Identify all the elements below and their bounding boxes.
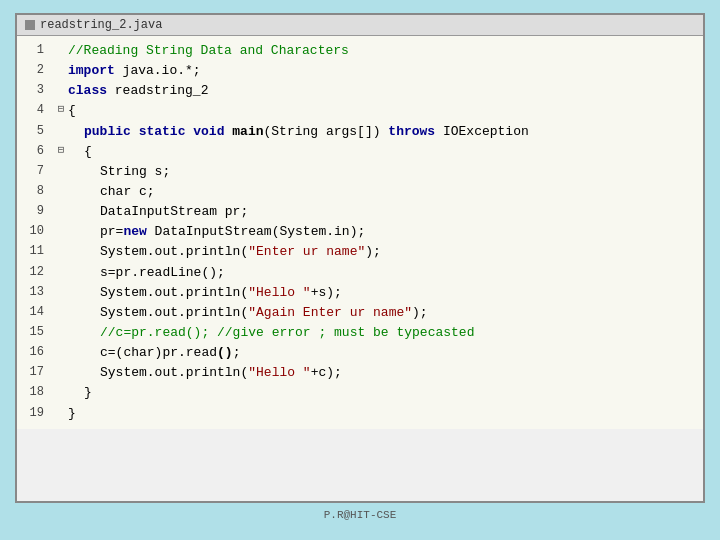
line-number: 12	[22, 263, 54, 282]
code-text: System.out.println("Hello "+c);	[100, 363, 342, 383]
code-content-wrapper: s=pr.readLine();	[68, 263, 225, 283]
code-text: char c;	[100, 182, 155, 202]
code-text: {	[68, 101, 76, 121]
code-text: String s;	[100, 162, 170, 182]
code-text: import java.io.*;	[68, 61, 201, 81]
code-content-wrapper: //Reading String Data and Characters	[68, 41, 349, 61]
code-text: System.out.println("Hello "+s);	[100, 283, 342, 303]
fold-icon[interactable]: ⊟	[54, 142, 68, 159]
code-content-wrapper: {	[68, 142, 92, 162]
code-text: }	[84, 383, 92, 403]
code-content-wrapper: String s;	[68, 162, 170, 182]
code-content-wrapper: System.out.println("Again Enter ur name"…	[68, 303, 428, 323]
code-content-wrapper: public static void main(String args[]) t…	[68, 122, 529, 142]
code-line: 2import java.io.*;	[17, 61, 703, 81]
code-line: 19}	[17, 404, 703, 424]
code-content-wrapper: //c=pr.read(); //give error ; must be ty…	[68, 323, 474, 343]
line-number: 9	[22, 202, 54, 221]
code-line: 8char c;	[17, 182, 703, 202]
line-number: 5	[22, 122, 54, 141]
code-editor[interactable]: 1//Reading String Data and Characters2im…	[17, 36, 703, 429]
code-content-wrapper: {	[68, 101, 76, 121]
code-content-wrapper: System.out.println("Hello "+s);	[68, 283, 342, 303]
code-line: 17System.out.println("Hello "+c);	[17, 363, 703, 383]
code-text: }	[68, 404, 76, 424]
line-number: 17	[22, 363, 54, 382]
code-text: //Reading String Data and Characters	[68, 41, 349, 61]
window-icon	[25, 20, 35, 30]
line-number: 6	[22, 142, 54, 161]
code-line: 6⊟{	[17, 142, 703, 162]
code-text: DataInputStream pr;	[100, 202, 248, 222]
code-text: class readstring_2	[68, 81, 208, 101]
code-text: System.out.println("Again Enter ur name"…	[100, 303, 428, 323]
code-line: 5public static void main(String args[]) …	[17, 122, 703, 142]
code-line: 13System.out.println("Hello "+s);	[17, 283, 703, 303]
code-line: 3class readstring_2	[17, 81, 703, 101]
line-number: 16	[22, 343, 54, 362]
code-content-wrapper: pr=new DataInputStream(System.in);	[68, 222, 365, 242]
code-line: 10pr=new DataInputStream(System.in);	[17, 222, 703, 242]
code-line: 7String s;	[17, 162, 703, 182]
code-line: 4⊟{	[17, 101, 703, 121]
footer-text: P.R@HIT-CSE	[324, 509, 397, 521]
code-content-wrapper: char c;	[68, 182, 155, 202]
code-line: 11System.out.println("Enter ur name");	[17, 242, 703, 262]
line-number: 15	[22, 323, 54, 342]
code-line: 12s=pr.readLine();	[17, 263, 703, 283]
line-number: 11	[22, 242, 54, 261]
code-content-wrapper: c=(char)pr.read();	[68, 343, 240, 363]
line-number: 10	[22, 222, 54, 241]
code-content-wrapper: }	[68, 383, 92, 403]
code-content-wrapper: DataInputStream pr;	[68, 202, 248, 222]
code-text: {	[84, 142, 92, 162]
line-number: 4	[22, 101, 54, 120]
line-number: 2	[22, 61, 54, 80]
footer: P.R@HIT-CSE	[318, 503, 403, 527]
title-bar: readstring_2.java	[17, 15, 703, 36]
code-line: 18}	[17, 383, 703, 403]
line-number: 14	[22, 303, 54, 322]
code-window: readstring_2.java 1//Reading String Data…	[15, 13, 705, 503]
line-number: 7	[22, 162, 54, 181]
code-line: 1//Reading String Data and Characters	[17, 41, 703, 61]
code-content-wrapper: class readstring_2	[68, 81, 208, 101]
code-line: 9DataInputStream pr;	[17, 202, 703, 222]
line-number: 8	[22, 182, 54, 201]
line-number: 1	[22, 41, 54, 60]
code-text: s=pr.readLine();	[100, 263, 225, 283]
code-text: pr=new DataInputStream(System.in);	[100, 222, 365, 242]
code-text: c=(char)pr.read();	[100, 343, 240, 363]
window-title: readstring_2.java	[40, 18, 162, 32]
code-content-wrapper: import java.io.*;	[68, 61, 201, 81]
code-content-wrapper: System.out.println("Hello "+c);	[68, 363, 342, 383]
code-text: System.out.println("Enter ur name");	[100, 242, 381, 262]
code-content-wrapper: }	[68, 404, 76, 424]
line-number: 13	[22, 283, 54, 302]
code-text: //c=pr.read(); //give error ; must be ty…	[100, 323, 474, 343]
code-line: 15//c=pr.read(); //give error ; must be …	[17, 323, 703, 343]
code-line: 16c=(char)pr.read();	[17, 343, 703, 363]
line-number: 3	[22, 81, 54, 100]
code-line: 14System.out.println("Again Enter ur nam…	[17, 303, 703, 323]
fold-icon[interactable]: ⊟	[54, 101, 68, 118]
code-text: public static void main(String args[]) t…	[84, 122, 529, 142]
line-number: 18	[22, 383, 54, 402]
line-number: 19	[22, 404, 54, 423]
code-content-wrapper: System.out.println("Enter ur name");	[68, 242, 381, 262]
